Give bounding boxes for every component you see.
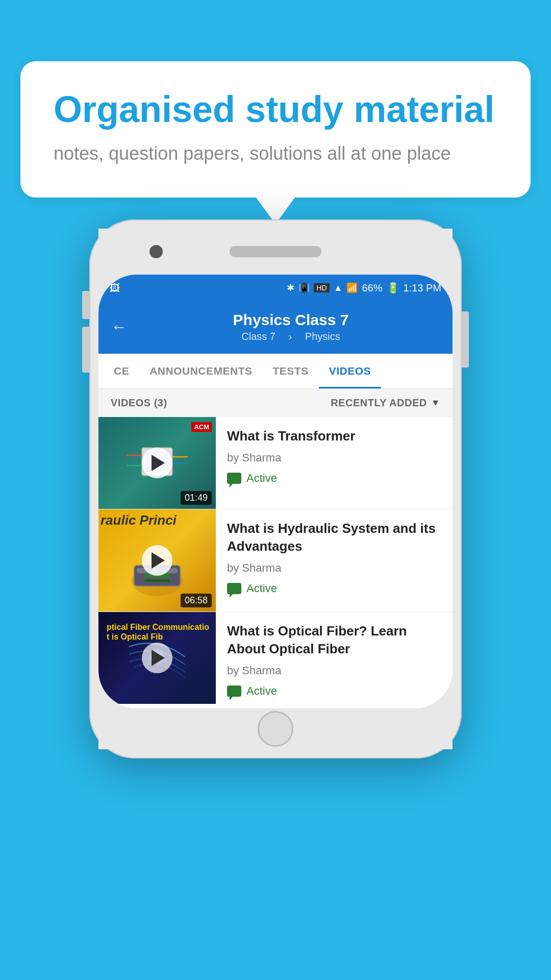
home-button[interactable]: [258, 711, 293, 747]
phone-screen-area: 🖼 ✱ 📳 HD ▲ 📶 66% 🔋 1:13 PM ←: [98, 275, 453, 708]
play-button-3[interactable]: [142, 643, 172, 673]
sort-dropdown[interactable]: RECENTLY ADDED ▼: [331, 397, 440, 409]
phone-side-buttons-right: [462, 311, 469, 368]
back-button[interactable]: ←: [111, 317, 127, 336]
header-title-block: Physics Class 7 Class 7 › Physics: [141, 311, 440, 342]
section-header: VIDEOS (3) RECENTLY ADDED ▼: [98, 389, 453, 417]
tab-tests[interactable]: TESTS: [263, 354, 319, 388]
video-title-2: What is Hydraulic System and its Advanta…: [227, 520, 442, 555]
list-item[interactable]: raulic Princi: [98, 509, 453, 612]
video-duration-2: 06:58: [181, 594, 212, 607]
play-icon: [152, 650, 165, 666]
acm-badge: ACM: [191, 422, 212, 432]
page-subtitle: Class 7 › Physics: [141, 331, 440, 342]
video-status-3: Active: [227, 684, 442, 698]
clock: 1:13 PM: [404, 282, 441, 294]
volume-up-button: [82, 291, 89, 319]
chat-icon-3: [227, 685, 241, 697]
power-button: [462, 311, 469, 368]
screen: 🖼 ✱ 📳 HD ▲ 📶 66% 🔋 1:13 PM ←: [98, 275, 453, 708]
video-author-2: by Sharma: [227, 561, 442, 575]
video-title-1: What is Transformer: [227, 427, 442, 445]
video-list: ACM: [98, 417, 453, 708]
video-status-1: Active: [227, 472, 442, 485]
page-title: Physics Class 7: [141, 311, 440, 329]
status-bar: 🖼 ✱ 📳 HD ▲ 📶 66% 🔋 1:13 PM: [98, 275, 453, 301]
video-author-1: by Sharma: [227, 451, 442, 464]
videos-count: VIDEOS (3): [111, 397, 167, 409]
front-camera: [149, 245, 163, 258]
battery-icon: 🔋: [387, 282, 399, 294]
chat-icon-1: [227, 473, 241, 484]
play-icon: [152, 455, 165, 471]
chat-icon-2: [227, 583, 241, 594]
video-thumbnail-1: ACM: [98, 417, 216, 509]
status-label-1: Active: [246, 472, 277, 485]
video-status-2: Active: [227, 582, 442, 595]
status-label-2: Active: [246, 582, 277, 595]
phone-mockup: 🖼 ✱ 📳 HD ▲ 📶 66% 🔋 1:13 PM ←: [89, 219, 462, 758]
tab-announcements[interactable]: ANNOUNCEMENTS: [139, 354, 262, 388]
subject-label: Physics: [305, 331, 340, 342]
chevron-down-icon: ▼: [431, 398, 440, 408]
status-label-3: Active: [246, 684, 277, 698]
video-info-2: What is Hydraulic System and its Advanta…: [216, 509, 453, 605]
video-info-1: What is Transformer by Sharma Active: [216, 417, 453, 495]
phone-outer: 🖼 ✱ 📳 HD ▲ 📶 66% 🔋 1:13 PM ←: [89, 219, 462, 758]
speech-bubble: Organised study material notes, question…: [20, 61, 531, 198]
play-icon: [152, 552, 165, 569]
earpiece-speaker: [230, 246, 321, 257]
phone-top-bezel: [98, 229, 453, 275]
subtitle-separator: ›: [289, 331, 292, 342]
speech-bubble-title: Organised study material: [54, 89, 497, 130]
class-label: Class 7: [241, 331, 276, 342]
video-author-3: by Sharma: [227, 664, 442, 677]
speech-bubble-subtitle: notes, question papers, solutions all at…: [54, 141, 497, 166]
vibrate-icon: 📳: [298, 282, 310, 293]
bluetooth-icon: ✱: [287, 282, 294, 293]
tab-videos[interactable]: VIDEOS: [319, 354, 381, 388]
hd-badge: HD: [314, 283, 329, 292]
video-duration-1: 01:49: [181, 491, 212, 505]
notification-icon: 🖼: [110, 282, 120, 294]
list-item[interactable]: ACM: [98, 417, 453, 509]
tab-ce[interactable]: CE: [104, 354, 139, 388]
hydraulic-thumb-text: raulic Princi: [101, 513, 177, 527]
video-info-3: What is Optical Fiber? Learn About Optic…: [216, 612, 453, 708]
video-thumbnail-2: raulic Princi: [98, 509, 216, 611]
battery-percent: 66%: [362, 282, 382, 294]
video-thumbnail-3: ptical Fiber Communicatiot is Optical Fi…: [98, 612, 216, 704]
play-button-2[interactable]: [142, 545, 172, 576]
play-button-1[interactable]: [142, 448, 172, 478]
tabs-bar: CE ANNOUNCEMENTS TESTS VIDEOS: [98, 354, 453, 389]
status-bar-left: 🖼: [110, 282, 120, 294]
phone-bottom-bezel: [98, 708, 453, 749]
volume-down-button: [82, 327, 89, 373]
status-bar-right: ✱ 📳 HD ▲ 📶 66% 🔋 1:13 PM: [287, 282, 441, 294]
wifi-icon: ▲: [334, 283, 343, 293]
phone-side-buttons-left: [82, 291, 89, 373]
signal-icon: 📶: [346, 282, 358, 293]
app-header: ← Physics Class 7 Class 7 › Physics: [98, 301, 453, 354]
list-item[interactable]: ptical Fiber Communicatiot is Optical Fi…: [98, 612, 453, 708]
video-title-3: What is Optical Fiber? Learn About Optic…: [227, 622, 442, 658]
svg-rect-12: [144, 579, 170, 582]
